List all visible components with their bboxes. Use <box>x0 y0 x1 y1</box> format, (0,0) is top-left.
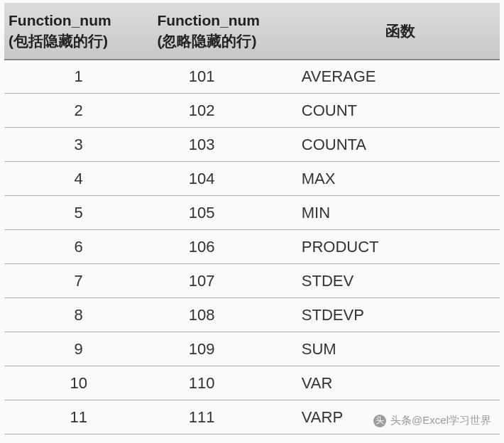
cell-func: SUM <box>302 332 500 366</box>
cell-ignore: 102 <box>153 94 301 128</box>
cell-ignore: 110 <box>153 366 301 400</box>
header-row: Function_num (包括隐藏的行) Function_num (忽略隐藏… <box>4 3 500 60</box>
cell-func: MAX <box>302 162 500 196</box>
cell-ignore: 109 <box>153 332 301 366</box>
cell-include: 2 <box>4 94 153 128</box>
cell-func: AVERAGE <box>302 60 500 94</box>
cell-ignore: 101 <box>153 60 301 94</box>
table-row: 7 107 STDEV <box>4 264 500 298</box>
cell-ignore: 103 <box>153 128 301 162</box>
cell-func: STDEVP <box>302 298 500 332</box>
table-body: 1 101 AVERAGE 2 102 COUNT 3 103 COUNTA 4… <box>4 60 500 434</box>
header-col1-line1: Function_num <box>9 12 111 28</box>
cell-func: PRODUCT <box>302 230 500 264</box>
cell-include: 10 <box>4 366 153 400</box>
cell-include: 9 <box>4 332 153 366</box>
cell-func: COUNTA <box>302 128 500 162</box>
header-col2-line2: (忽略隐藏的行) <box>157 33 256 49</box>
watermark-text: 头条@Excel学习世界 <box>390 414 491 427</box>
header-col-function: 函数 <box>302 3 500 60</box>
cell-ignore: 108 <box>153 298 301 332</box>
function-num-table-container: Function_num (包括隐藏的行) Function_num (忽略隐藏… <box>0 0 504 437</box>
cell-ignore: 104 <box>153 162 301 196</box>
cell-include: 1 <box>4 60 153 94</box>
cell-func: VAR <box>302 366 500 400</box>
header-col-ignore: Function_num (忽略隐藏的行) <box>153 3 301 60</box>
cell-include: 11 <box>4 400 153 434</box>
cell-ignore: 106 <box>153 230 301 264</box>
table-header: Function_num (包括隐藏的行) Function_num (忽略隐藏… <box>4 3 500 60</box>
function-num-table: Function_num (包括隐藏的行) Function_num (忽略隐藏… <box>4 3 500 434</box>
cell-ignore: 105 <box>153 196 301 230</box>
cell-include: 6 <box>4 230 153 264</box>
table-row: 6 106 PRODUCT <box>4 230 500 264</box>
table-row: 9 109 SUM <box>4 332 500 366</box>
cell-func: STDEV <box>302 264 500 298</box>
header-col-include: Function_num (包括隐藏的行) <box>4 3 153 60</box>
header-col1-line2: (包括隐藏的行) <box>9 33 108 49</box>
table-row: 4 104 MAX <box>4 162 500 196</box>
watermark: 头 头条@Excel学习世界 <box>373 414 491 427</box>
cell-include: 3 <box>4 128 153 162</box>
toutiao-icon: 头 <box>373 415 386 427</box>
table-row: 10 110 VAR <box>4 366 500 400</box>
table-row: 2 102 COUNT <box>4 94 500 128</box>
cell-include: 4 <box>4 162 153 196</box>
cell-ignore: 111 <box>153 400 301 434</box>
cell-include: 5 <box>4 196 153 230</box>
cell-include: 7 <box>4 264 153 298</box>
cell-include: 8 <box>4 298 153 332</box>
cell-ignore: 107 <box>153 264 301 298</box>
table-row: 8 108 STDEVP <box>4 298 500 332</box>
cell-func: MIN <box>302 196 500 230</box>
table-row: 1 101 AVERAGE <box>4 60 500 94</box>
cell-func: COUNT <box>302 94 500 128</box>
header-col2-line1: Function_num <box>157 12 260 28</box>
table-row: 3 103 COUNTA <box>4 128 500 162</box>
table-row: 5 105 MIN <box>4 196 500 230</box>
